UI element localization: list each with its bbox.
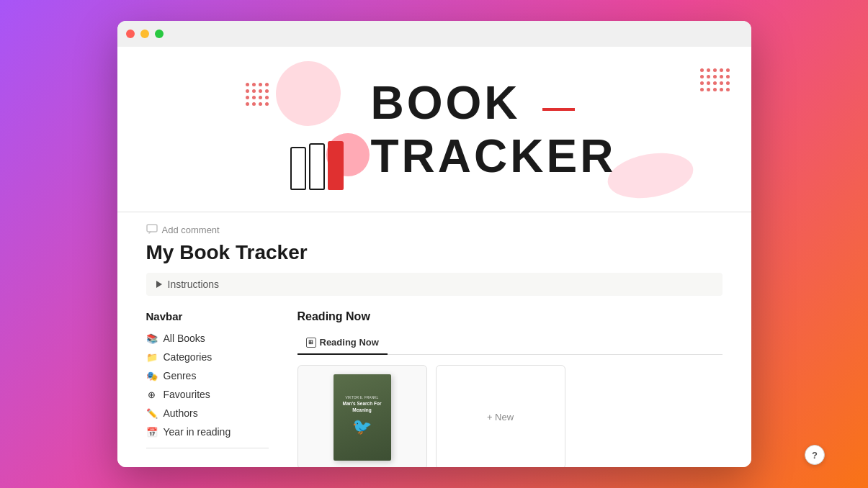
hero-banner: ✦ BOOK TRACKER [117, 47, 751, 212]
category-icon: 📁 [146, 351, 158, 363]
main-body: Add comment My Book Tracker Instructions… [117, 212, 751, 467]
calendar-icon: 📅 [146, 426, 158, 438]
book-spine-3 [328, 141, 344, 190]
instructions-bar[interactable]: Instructions [146, 273, 722, 296]
navbar-heading: Navbar [146, 310, 269, 322]
books-icon: 📚 [146, 333, 158, 344]
nav-item-label: Year in reading [164, 426, 231, 438]
books-icon-group [290, 141, 344, 190]
help-button[interactable]: ? [805, 445, 825, 465]
deco-circle-large [276, 61, 341, 126]
nav-item-label: Authors [164, 407, 198, 419]
genres-icon: 🎭 [146, 370, 158, 381]
reading-now-tab[interactable]: ⊞ Reading Now [297, 333, 388, 355]
nav-item-all-books[interactable]: 📚 All Books [146, 333, 269, 344]
tab-bar: ⊞ Reading Now [297, 332, 722, 355]
tab-grid-icon: ⊞ [306, 338, 316, 348]
add-comment-row[interactable]: Add comment [146, 224, 722, 235]
nav-item-categories[interactable]: 📁 Categories [146, 351, 269, 363]
new-card[interactable]: + New [436, 365, 565, 467]
maximize-button[interactable] [155, 30, 164, 38]
minimize-button[interactable] [140, 30, 149, 38]
reading-col: Reading Now ⊞ Reading Now VIKTOR E. FRAN… [297, 310, 722, 467]
triangle-icon [156, 281, 162, 288]
book-title: Man's Search For Meaning [338, 401, 387, 413]
deco-dots-right [700, 68, 730, 91]
nav-item-label: All Books [164, 333, 205, 344]
book-spine-2 [309, 143, 325, 190]
nav-item-genres[interactable]: 🎭 Genres [146, 370, 269, 381]
nav-item-label: Categories [164, 351, 212, 363]
nav-items: 📚 All Books 📁 Categories 🎭 Genres ⊕ [146, 333, 269, 438]
divider [146, 448, 269, 448]
nav-item-favourites[interactable]: ⊕ Favourites [146, 389, 269, 400]
bird-icon: 🐦 [352, 417, 372, 436]
red-underline-deco [542, 108, 575, 111]
book-cover: VIKTOR E. FRANKL Man's Search For Meanin… [334, 374, 391, 461]
new-button: + New [487, 412, 514, 423]
book-cards: VIKTOR E. FRANKL Man's Search For Meanin… [297, 365, 722, 467]
page-title: My Book Tracker [146, 241, 722, 264]
add-comment-label: Add comment [162, 225, 220, 235]
favourites-icon: ⊕ [146, 389, 158, 400]
page-content: ✦ BOOK TRACKER [117, 47, 751, 467]
book-author: VIKTOR E. FRANKL [346, 395, 379, 399]
reading-now-heading: Reading Now [297, 310, 722, 323]
authors-icon: ✏️ [146, 407, 158, 419]
navbar-col: Navbar 📚 All Books 📁 Categories 🎭 Gen [146, 310, 269, 467]
book-card-1[interactable]: VIKTOR E. FRANKL Man's Search For Meanin… [297, 365, 427, 467]
nav-item-label: Favourites [164, 389, 210, 400]
comment-icon [146, 224, 158, 235]
title-bar [117, 21, 751, 47]
book-spine-1 [290, 147, 306, 190]
app-window: ✦ BOOK TRACKER [117, 21, 751, 467]
instructions-label: Instructions [168, 279, 220, 290]
svg-rect-0 [147, 225, 157, 232]
close-button[interactable] [126, 30, 135, 38]
nav-item-year[interactable]: 📅 Year in reading [146, 426, 269, 438]
deco-dots-left [246, 83, 269, 106]
two-col-layout: Navbar 📚 All Books 📁 Categories 🎭 Gen [146, 310, 722, 467]
nav-item-authors[interactable]: ✏️ Authors [146, 407, 269, 419]
tab-label: Reading Now [320, 337, 379, 348]
nav-item-label: Genres [164, 370, 197, 381]
